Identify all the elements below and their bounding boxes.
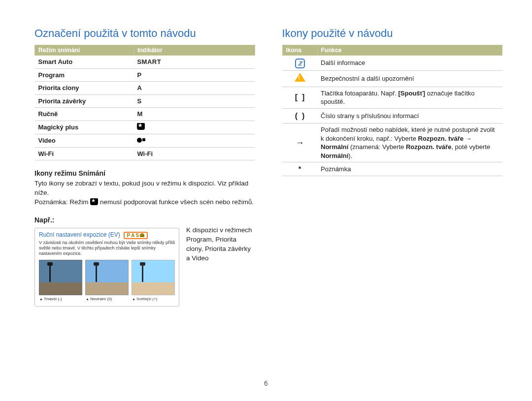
subhead-icons: Ikony režimu Snímání: [34, 169, 255, 177]
func-cell: Pořadí možností nebo nabídek, které je n…: [317, 123, 502, 162]
indicator-letter: S: [133, 94, 255, 108]
text: [Spoušť]: [399, 90, 426, 97]
text: Tlačítka fotoaparátu. Např.: [321, 90, 399, 97]
text: Normální: [321, 143, 348, 151]
right-column: Ikony použité v návodu Ikona Funkce ℤ Da…: [282, 27, 503, 386]
table-header-row: Režim snímání Indikátor: [35, 45, 255, 56]
func-cell: Tlačítka fotoaparátu. Např. [Spoušť] ozn…: [317, 87, 502, 108]
mode-cell: Ručně: [35, 108, 134, 121]
func-cell: Další informace: [317, 56, 502, 71]
page-number: 6: [0, 379, 532, 387]
thumbnail-row: Tmavší (-) Neutrální (0) Světlejší (+): [39, 260, 175, 295]
arrow-icon: →: [282, 123, 317, 162]
th-mode: Režim snímání: [35, 45, 134, 56]
table-row: Magický plus: [35, 121, 255, 134]
example-title: Ruční nastavení expozice (EV): [39, 231, 120, 238]
thumbnail-image: Světlejší (+): [132, 260, 175, 295]
mode-cell: Priorita závěrky: [35, 94, 134, 108]
mode-cell: Magický plus: [35, 121, 134, 134]
thumbnail-image: Tmavší (-): [39, 260, 82, 295]
mode-cell: Smart Auto: [35, 56, 134, 69]
text: Rozpozn. tváře: [418, 135, 464, 142]
text: →: [464, 135, 472, 142]
func-cell: Bezpečnostní a další upozornění: [317, 71, 502, 87]
thumb-caption: Neutrální (0): [86, 297, 112, 301]
table-row: Priorita clony A: [35, 82, 255, 95]
text: nemusí podporovat funkce všech scén nebo…: [100, 198, 254, 206]
parens-icon: ( ): [282, 108, 317, 123]
video-icon: [137, 138, 145, 145]
subhead-example: Např.:: [34, 216, 255, 224]
text: (znamená: Vyberte: [348, 143, 406, 151]
text: , poté vyberte: [451, 143, 490, 151]
table-row: Video: [35, 134, 255, 148]
table-row: Ručně M: [35, 108, 255, 121]
paragraph: Tyto ikony se zobrazí v textu, pokud jso…: [34, 179, 255, 198]
thumbnail-image: Neutrální (0): [85, 260, 129, 295]
left-section-title: Označení použitá v tomto návodu: [34, 27, 255, 40]
table-row: → Pořadí možností nebo nabídek, které je…: [282, 123, 502, 162]
mode-cell: Program: [35, 68, 134, 82]
th-icon: Ikona: [282, 45, 317, 56]
indicator-smart: SMART: [137, 58, 161, 65]
magic-plus-icon: [90, 198, 98, 205]
table-header-row: Ikona Funkce: [282, 45, 502, 56]
brackets-icon: [ ]: [282, 87, 317, 108]
asterisk-icon: *: [282, 162, 317, 176]
text: ).: [348, 152, 352, 159]
text: Rozpozn. tváře: [406, 143, 451, 151]
mode-cell: Priorita clony: [35, 82, 134, 95]
magic-plus-icon: [137, 123, 145, 130]
icon-table: Ikona Funkce ℤ Další informace Bezpečnos…: [282, 45, 503, 176]
mode-badge: PAS: [124, 232, 148, 239]
mode-cell: Video: [35, 134, 134, 148]
table-row: ℤ Další informace: [282, 56, 502, 71]
th-indicator: Indikátor: [133, 45, 255, 56]
table-row: * Poznámka: [282, 162, 502, 176]
table-row: ( ) Číslo strany s příslušnou informací: [282, 108, 502, 123]
text: Poznámka: Režim: [34, 198, 90, 206]
info-icon: ℤ: [295, 59, 305, 68]
indicator-wifi: Wi-Fi: [133, 147, 255, 160]
indicator-letter: A: [133, 82, 255, 95]
warning-icon: [295, 73, 305, 82]
indicator-letter: P: [133, 68, 255, 82]
text: Normální: [321, 152, 348, 159]
func-cell: Poznámka: [317, 162, 502, 176]
example-box: Ruční nastavení expozice (EV) PAS V závi…: [34, 228, 179, 307]
mode-cell: Wi-Fi: [35, 147, 134, 160]
func-cell: Číslo strany s příslušnou informací: [317, 108, 502, 123]
table-row: Wi-Fi Wi-Fi: [35, 147, 255, 160]
thumb-caption: Tmavší (-): [39, 297, 62, 301]
table-row: Smart Auto SMART: [35, 56, 255, 69]
paragraph: Poznámka: Režim nemusí podporovat funkce…: [34, 198, 255, 207]
example-description: V závislosti na okolním osvětlení mohou …: [39, 240, 175, 257]
thumb-caption: Světlejší (+): [132, 297, 157, 301]
mode-table: Režim snímání Indikátor Smart Auto SMART…: [34, 45, 255, 160]
table-row: Bezpečnostní a další upozornění: [282, 71, 502, 87]
table-row: Program P: [35, 68, 255, 82]
right-section-title: Ikony použité v návodu: [282, 27, 503, 40]
th-function: Funkce: [317, 45, 502, 56]
table-row: [ ] Tlačítka fotoaparátu. Např. [Spoušť]…: [282, 87, 502, 108]
table-row: Priorita závěrky S: [35, 94, 255, 108]
left-column: Označení použitá v tomto návodu Režim sn…: [34, 27, 255, 386]
indicator-letter: M: [133, 108, 255, 121]
example-side-text: K dispozici v režimech Program, Priorita…: [186, 226, 255, 263]
